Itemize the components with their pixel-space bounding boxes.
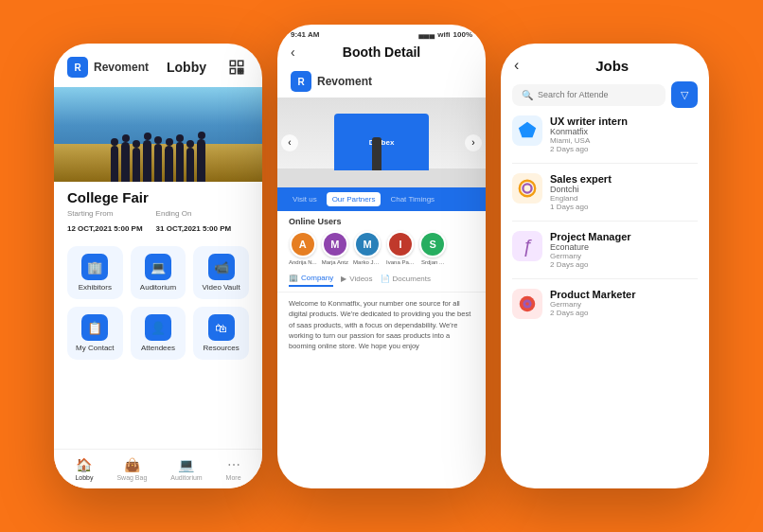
right-phone: ‹ Jobs 🔍 ▽ UX writer intern Konmatfix Mi… — [501, 44, 709, 488]
job-location-4: Germany — [550, 300, 635, 309]
avatar-2-name: Marja Antz — [322, 259, 348, 265]
icon-resources[interactable]: 🛍 Resources — [193, 307, 249, 360]
auditorium-icon: 💻 — [145, 254, 171, 280]
exhibitors-icon: 🏢 — [81, 254, 108, 280]
icon-my-contact[interactable]: 📋 My Contact — [67, 307, 123, 360]
job-item-1[interactable]: UX writer intern Konmatfix Miami, USA 2 … — [512, 115, 698, 153]
content-tab-company[interactable]: 🏢 Company — [289, 274, 333, 287]
filter-button[interactable]: ▽ — [671, 81, 698, 108]
jobs-back-button[interactable]: ‹ — [514, 57, 519, 74]
videos-tab-label: Videos — [349, 275, 372, 283]
booth-description: Welcome to Konmatfix, your number one so… — [277, 293, 486, 357]
icon-exhibitors[interactable]: 🏢 Exhibitors — [67, 246, 123, 299]
booth-tab-visit[interactable]: Visit us — [287, 192, 323, 206]
booth-tab-partners[interactable]: Our Partners — [327, 192, 382, 206]
svg-point-8 — [520, 181, 536, 197]
lobby-nav-icon: 🏠 — [76, 457, 92, 472]
avatar-3[interactable]: M Marko Jus... — [353, 231, 382, 265]
icon-auditorium[interactable]: 💻 Auditorium — [131, 246, 186, 299]
job-item-3[interactable]: ƒ Project Manager Econature Germany 2 Da… — [512, 231, 698, 269]
job-time-3: 2 Days ago — [550, 260, 631, 269]
booth-image: Dolbex ‹ › — [277, 98, 486, 187]
jobs-list: UX writer intern Konmatfix Miami, USA 2 … — [501, 115, 709, 319]
phones-container: R Revoment Lobby — [35, 25, 728, 507]
avatar-5-name: Srdjan ... — [421, 259, 444, 265]
job-item-2[interactable]: Sales expert Dontchi England 1 Days ago — [512, 173, 698, 211]
middle-header: ‹ Booth Detail — [277, 41, 486, 65]
resources-icon: 🛍 — [208, 314, 235, 341]
start-date: 12 OCT,2021 5:00 PM — [67, 224, 143, 233]
next-arrow[interactable]: › — [465, 134, 482, 151]
job-logo-2 — [512, 173, 542, 204]
avatar-5[interactable]: S Srdjan ... — [419, 231, 446, 265]
exhibitors-label: Exhibitors — [79, 283, 112, 292]
battery-level: 100% — [453, 30, 472, 39]
qr-icon[interactable] — [224, 55, 249, 80]
wifi-icon: wifi — [437, 30, 450, 39]
status-bar: 9:41 AM ▄▄▄ wifi 100% — [277, 25, 486, 41]
content-tabs: 🏢 Company ▶ Videos 📄 Documents — [277, 269, 486, 293]
auditorium-nav-label: Auditorium — [170, 474, 202, 481]
icon-video-vault[interactable]: 📹 Video Vault — [193, 246, 249, 299]
hero-silhouettes — [54, 130, 262, 182]
job-time-4: 2 Days ago — [550, 309, 635, 317]
event-info: College Fair Starting From 12 OCT,2021 5… — [54, 182, 262, 240]
avatar-2[interactable]: M Marja Antz — [322, 231, 348, 265]
my-contact-label: My Contact — [76, 344, 114, 352]
avatar-4[interactable]: I Ivana Pavi... — [386, 231, 415, 265]
middle-phone: 9:41 AM ▄▄▄ wifi 100% ‹ Booth Detail R R… — [277, 25, 486, 488]
nav-lobby[interactable]: 🏠 Lobby — [75, 457, 93, 481]
page-title: Lobby — [167, 60, 206, 75]
job-info-4: Product Marketer Germany 2 Days ago — [550, 289, 635, 317]
avatars-row: A Andrija N... M Marja Antz M Marko Jus.… — [289, 231, 474, 265]
hero-image — [54, 87, 262, 182]
prev-arrow[interactable]: ‹ — [281, 134, 298, 151]
job-location-1: Miami, USA — [550, 136, 628, 145]
svg-point-12 — [525, 302, 529, 306]
content-tab-videos[interactable]: ▶ Videos — [341, 274, 372, 287]
booth-tab-chat[interactable]: Chat Timings — [384, 192, 440, 206]
booth-nav-arrows: ‹ › — [277, 134, 486, 151]
resources-label: Resources — [204, 344, 240, 352]
nav-swag-bag[interactable]: 👜 Swag Bag — [116, 457, 147, 481]
job-company-3: Econature — [550, 242, 631, 252]
nav-more[interactable]: ⋯ More — [226, 457, 241, 481]
attendees-label: Attendees — [141, 344, 175, 352]
svg-rect-0 — [230, 61, 235, 65]
svg-rect-5 — [238, 72, 240, 74]
jobs-title: Jobs — [528, 58, 696, 74]
search-input-wrap[interactable]: 🔍 — [512, 84, 665, 106]
back-button[interactable]: ‹ — [291, 44, 295, 60]
job-logo-3: ƒ — [512, 231, 542, 261]
more-nav-label: More — [226, 474, 241, 481]
content-tab-documents[interactable]: 📄 Documents — [381, 274, 431, 287]
job-item-4[interactable]: Product Marketer Germany 2 Days ago — [512, 289, 698, 319]
nav-auditorium[interactable]: 💻 Auditorium — [170, 457, 202, 481]
bottom-nav: 🏠 Lobby 👜 Swag Bag 💻 Auditorium ⋯ More — [54, 449, 262, 488]
booth-tabs: Visit us Our Partners Chat Timings — [277, 187, 486, 211]
video-vault-icon: 📹 — [208, 254, 235, 280]
svg-rect-4 — [240, 69, 242, 71]
start-date-block: Starting From 12 OCT,2021 5:00 PM — [67, 209, 143, 235]
svg-rect-3 — [238, 69, 240, 71]
middle-app-name: Revoment — [317, 75, 372, 88]
middle-logo-row: R Revoment — [277, 65, 486, 98]
avatar-4-name: Ivana Pavi... — [386, 259, 415, 265]
svg-rect-2 — [230, 69, 235, 74]
job-title-2: Sales expert — [550, 173, 612, 185]
icon-attendees[interactable]: 👤 Attendees — [131, 307, 186, 360]
booth-detail-title: Booth Detail — [343, 44, 420, 60]
svg-point-9 — [523, 184, 531, 192]
job-location-2: England — [550, 194, 612, 203]
more-nav-icon: ⋯ — [227, 457, 240, 472]
avatar-1[interactable]: A Andrija N... — [289, 231, 317, 265]
search-icon: 🔍 — [522, 90, 533, 100]
company-tab-label: Company — [301, 274, 333, 282]
job-time-1: 2 Days ago — [550, 145, 628, 153]
job-title-4: Product Marketer — [550, 289, 635, 300]
videos-tab-icon: ▶ — [341, 275, 346, 283]
app-name: Revoment — [94, 61, 149, 74]
lobby-nav-label: Lobby — [75, 474, 93, 481]
my-contact-icon: 📋 — [81, 314, 108, 341]
search-input[interactable] — [538, 90, 656, 99]
